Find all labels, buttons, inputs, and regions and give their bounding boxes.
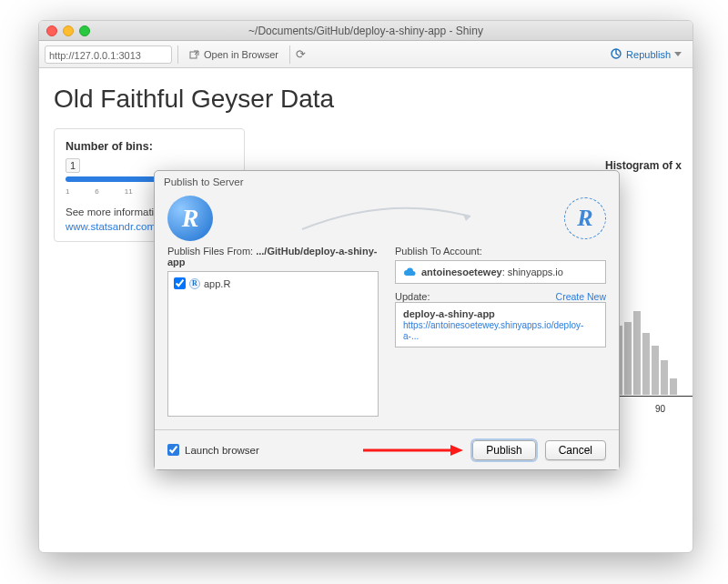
files-column: Publish Files From: .../GitHub/deploy-a-… [167,246,379,409]
account-select[interactable]: antoinesoetewey: shinyapps.io [395,260,606,284]
update-app-url[interactable]: https://antoinesoetewey.shinyapps.io/dep… [403,320,583,341]
separator [289,45,290,64]
launch-browser-label: Launch browser [185,445,259,456]
svg-rect-0 [190,52,197,58]
republish-label: Republish [626,49,671,60]
shinyapps-logo-icon: R [564,197,606,239]
content-area: Old Faithful Geyser Data Number of bins:… [39,68,693,552]
annotation-arrow-icon [363,444,463,457]
files-from-label: Publish Files From: .../GitHub/deploy-a-… [167,246,379,267]
republish-button[interactable]: Republish [604,45,687,64]
window-title: ~/Documents/GitHub/deploy-a-shiny-app - … [46,25,685,37]
toolbar: http://127.0.0.1:3013 Open in Browser ⟳ … [39,41,693,68]
rstudio-logo-icon: R [167,196,213,241]
arrow-icon [222,200,555,237]
page-title: Old Faithful Geyser Data [54,85,678,114]
svg-marker-3 [450,445,463,456]
cancel-button[interactable]: Cancel [545,440,606,460]
publish-dialog: Publish to Server R R Publish Files From… [154,170,620,470]
publish-logos: R R [167,193,606,244]
account-label: Publish To Account: [395,246,606,257]
account-column: Publish To Account: antoinesoetewey: shi… [395,246,606,409]
bar [632,310,642,396]
create-new-link[interactable]: Create New [556,291,606,302]
app-window: ~/Documents/GitHub/deploy-a-shiny-app - … [38,20,693,553]
popout-icon [189,49,200,60]
bins-value: 1 [66,158,80,173]
open-in-browser-label: Open in Browser [204,49,278,60]
publish-button[interactable]: Publish [472,440,535,460]
reload-icon[interactable]: ⟳ [296,47,306,61]
bar [660,359,669,396]
update-select[interactable]: deploy-a-shiny-app https://antoinesoetew… [395,302,606,347]
file-checkbox[interactable] [174,277,186,289]
files-listbox[interactable]: R app.R [167,271,379,417]
bar [669,378,678,396]
update-header: Update: Create New [395,291,606,302]
bar [651,345,660,396]
dialog-title: Publish to Server [155,171,619,191]
dialog-footer: Launch browser Publish Cancel [155,429,619,469]
bar [642,332,651,396]
launch-browser-checkbox[interactable] [167,444,179,456]
republish-icon [610,47,622,62]
tick: 6 [95,187,98,196]
separator [177,45,178,64]
account-user: antoinesoetewey [421,267,502,277]
bar [623,321,632,396]
info-link[interactable]: www.statsandr.com [66,221,156,232]
file-row[interactable]: R app.R [174,277,372,289]
r-file-icon: R [189,278,200,289]
update-app-name: deploy-a-shiny-app [403,308,598,319]
launch-browser-option[interactable]: Launch browser [167,444,259,456]
open-in-browser-button[interactable]: Open in Browser [184,47,284,62]
files-from-label-text: Publish Files From: [167,246,253,257]
info-text-label: See more information [66,206,166,217]
account-host: shinyapps.io [508,267,563,277]
titlebar: ~/Documents/GitHub/deploy-a-shiny-app - … [39,21,693,41]
chevron-down-icon [674,52,682,56]
url-input[interactable]: http://127.0.0.1:3013 [45,45,172,64]
file-name: app.R [204,278,230,289]
bins-label: Number of bins: [66,140,233,153]
tick: 1 [66,187,69,196]
axis-tick-label: 90 [655,404,665,414]
update-label: Update: [395,291,430,302]
tick: 11 [125,187,133,196]
cloud-icon [403,267,416,277]
histogram-bars [614,310,678,396]
